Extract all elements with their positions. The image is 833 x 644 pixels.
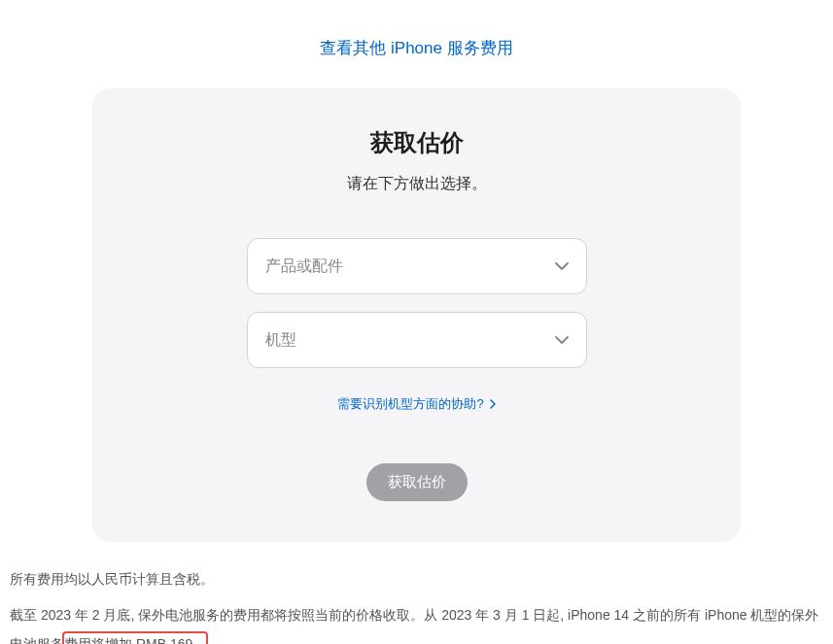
card-subtitle: 请在下方做出选择。: [121, 174, 712, 194]
estimate-card: 获取估价 请在下方做出选择。 产品或配件 机型 需要识别机型方面的协助? 获取估…: [92, 88, 741, 542]
model-select[interactable]: 机型: [247, 312, 587, 368]
footer-line-1: 所有费用均以人民币计算且含税。: [10, 565, 823, 593]
get-estimate-button[interactable]: 获取估价: [366, 463, 468, 501]
top-link-container: 查看其他 iPhone 服务费用: [0, 0, 833, 88]
chevron-down-icon: [555, 336, 569, 344]
help-link-label: 需要识别机型方面的协助?: [337, 395, 483, 413]
chevron-right-icon: [490, 399, 496, 409]
footer-text: 所有费用均以人民币计算且含税。 截至 2023 年 2 月底, 保外电池服务的费…: [0, 542, 833, 644]
price-increase-highlight: 费用将增加 RMB 169。: [64, 636, 206, 644]
other-services-link[interactable]: 查看其他 iPhone 服务费用: [320, 39, 512, 57]
product-select[interactable]: 产品或配件: [247, 238, 587, 294]
product-select-placeholder: 产品或配件: [265, 256, 343, 277]
footer-line-2: 截至 2023 年 2 月底, 保外电池服务的费用都将按照当前的价格收取。从 2…: [10, 601, 823, 644]
button-row: 获取估价: [121, 463, 712, 501]
model-select-placeholder: 机型: [265, 330, 296, 351]
footer-line-2b: 费用将增加 RMB 169。: [64, 636, 206, 644]
identify-model-help-link[interactable]: 需要识别机型方面的协助?: [337, 395, 495, 413]
card-title: 获取估价: [121, 127, 712, 158]
chevron-down-icon: [555, 262, 569, 270]
